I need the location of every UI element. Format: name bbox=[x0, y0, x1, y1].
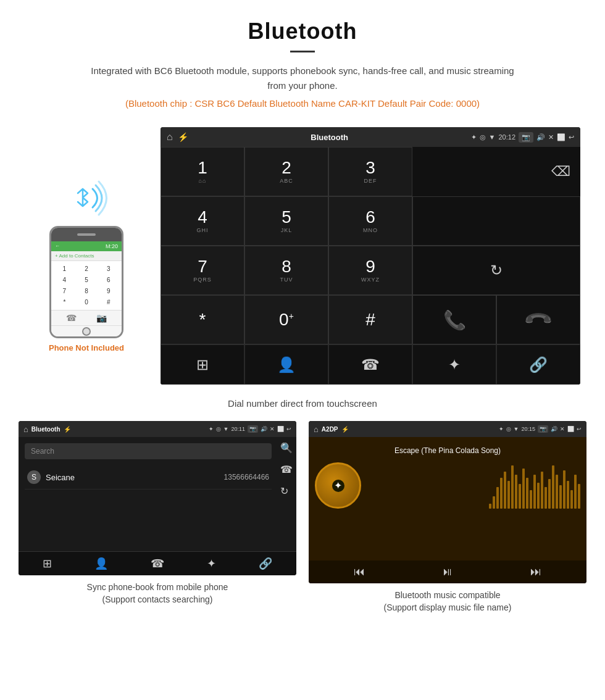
wifi-icon: ▼ bbox=[489, 133, 496, 141]
refresh-side-icon[interactable]: ↻ bbox=[280, 485, 293, 497]
nav-bluetooth[interactable]: ✦ bbox=[412, 344, 496, 385]
dialpad-icon: ⊞ bbox=[196, 356, 209, 373]
phonebook-status-right: ✦ ◎ ▼ 20:11 📷 🔊 ✕ ⬜ ↩ bbox=[209, 425, 291, 433]
dial-key-1[interactable]: 1 ⌂⌂ bbox=[161, 147, 244, 196]
dial-empty-row2 bbox=[412, 196, 580, 246]
next-icon[interactable]: ⏭ bbox=[530, 565, 541, 578]
phone-not-included-label: Phone Not Included bbox=[49, 343, 124, 352]
phone-side-icon[interactable]: ☎ bbox=[280, 464, 293, 475]
phonebook-caption: Sync phone-book from mobile phone (Suppo… bbox=[84, 575, 232, 606]
close-icon[interactable]: ✕ bbox=[548, 133, 554, 141]
phone-dialpad: 1 2 3 4 5 6 7 8 9 * 0 # bbox=[51, 261, 122, 310]
location-icon: ◎ bbox=[480, 133, 486, 141]
music-close-icon[interactable]: ✕ bbox=[560, 426, 565, 432]
status-bar-app-name: Bluetooth bbox=[311, 133, 348, 142]
mini-usb-icon: ⚡ bbox=[64, 426, 71, 433]
phonebook-screen-wrapper: ⌂ Bluetooth ⚡ ✦ ◎ ▼ 20:11 📷 🔊 ✕ ⬜ ↩ bbox=[19, 421, 296, 614]
music-wifi-icon: ▼ bbox=[514, 426, 519, 432]
music-album-art: ✦ bbox=[315, 462, 361, 509]
dial-key-8[interactable]: 8 TUV bbox=[244, 246, 328, 295]
dial-call-red-cell[interactable]: 📞 bbox=[496, 295, 580, 344]
dial-key-4[interactable]: 4 GHI bbox=[161, 196, 244, 246]
page-header: Bluetooth Integrated with BC6 Bluetooth … bbox=[0, 0, 605, 127]
mini-phone-icon[interactable]: ☎ bbox=[151, 557, 164, 570]
bluetooth-status-icon: ✦ bbox=[471, 133, 477, 141]
window-icon[interactable]: ⬜ bbox=[557, 133, 565, 141]
phone-top-bar bbox=[51, 228, 122, 241]
music-loc-icon: ◎ bbox=[506, 426, 511, 432]
music-status-left: ⌂ A2DP ⚡ bbox=[314, 425, 349, 434]
mini-home-icon[interactable]: ⌂ bbox=[23, 425, 28, 434]
mini-vol-icon[interactable]: 🔊 bbox=[261, 426, 267, 432]
phone-mockup-container: ← M:20 + Add to Contacts 1 2 3 4 5 6 7 8… bbox=[25, 127, 148, 352]
search-side-icon[interactable]: 🔍 bbox=[280, 442, 293, 454]
play-pause-icon[interactable]: ⏯ bbox=[442, 565, 453, 578]
music-equalizer bbox=[361, 462, 580, 509]
page-description: Integrated with BC6 Bluetooth module, su… bbox=[86, 64, 519, 93]
contacts-icon: 👤 bbox=[277, 356, 296, 373]
main-screen-area: ← M:20 + Add to Contacts 1 2 3 4 5 6 7 8… bbox=[0, 127, 605, 385]
mini-back-icon[interactable]: ↩ bbox=[286, 426, 291, 432]
mini-wifi-icon: ▼ bbox=[223, 426, 229, 432]
bluetooth-icon-area bbox=[62, 177, 111, 220]
phone-bottom-bar bbox=[51, 325, 122, 336]
contact-initial: S bbox=[27, 470, 41, 484]
volume-icon[interactable]: 🔊 bbox=[536, 133, 545, 141]
dial-key-star[interactable]: * bbox=[161, 295, 244, 344]
phonebook-screen: ⌂ Bluetooth ⚡ ✦ ◎ ▼ 20:11 📷 🔊 ✕ ⬜ ↩ bbox=[19, 421, 296, 575]
phone-green-bar: ← M:20 bbox=[51, 241, 122, 251]
dial-grid: 1 ⌂⌂ 2 ABC 3 DEF ⌫ 4 GHI 5 JKL bbox=[161, 147, 580, 385]
music-camera-icon[interactable]: 📷 bbox=[538, 425, 548, 433]
prev-icon[interactable]: ⏮ bbox=[354, 565, 365, 578]
music-center-area: ✦ bbox=[315, 462, 580, 509]
nav-contacts[interactable]: 👤 bbox=[244, 344, 328, 385]
dial-display: ⌫ bbox=[412, 147, 580, 196]
dial-call-green-cell[interactable]: 📞 bbox=[412, 295, 496, 344]
contact-row[interactable]: S Seicane 13566664466 bbox=[25, 465, 272, 490]
dial-key-7[interactable]: 7 PQRS bbox=[161, 246, 244, 295]
nav-phone[interactable]: ☎ bbox=[328, 344, 412, 385]
mini-dialpad-icon[interactable]: ⊞ bbox=[43, 557, 52, 570]
dial-key-0[interactable]: 0+ bbox=[244, 295, 328, 344]
dial-key-5[interactable]: 5 JKL bbox=[244, 196, 328, 246]
link-icon: 🔗 bbox=[529, 356, 548, 373]
backspace-icon[interactable]: ⌫ bbox=[551, 164, 570, 180]
mini-loc-icon: ◎ bbox=[216, 426, 221, 432]
nav-dialpad[interactable]: ⊞ bbox=[161, 344, 244, 385]
home-icon[interactable]: ⌂ bbox=[167, 131, 173, 143]
mini-contacts-icon[interactable]: 👤 bbox=[94, 557, 108, 570]
dial-key-2[interactable]: 2 ABC bbox=[244, 147, 328, 196]
music-win-icon[interactable]: ⬜ bbox=[567, 426, 574, 432]
mini-camera-icon[interactable]: 📷 bbox=[248, 425, 258, 433]
status-bar-right: ✦ ◎ ▼ 20:12 📷 🔊 ✕ ⬜ ↩ bbox=[471, 132, 574, 143]
car-dial-screen: ⌂ ⚡ Bluetooth ✦ ◎ ▼ 20:12 📷 🔊 ✕ ⬜ ↩ 1 ⌂⌂ bbox=[161, 127, 580, 385]
bluetooth-nav-icon: ✦ bbox=[448, 356, 461, 373]
phonebook-body: Search S Seicane 13566664466 🔍 ☎ ↻ bbox=[19, 437, 296, 551]
dial-key-6[interactable]: 6 MNO bbox=[328, 196, 412, 246]
dial-status-bar: ⌂ ⚡ Bluetooth ✦ ◎ ▼ 20:12 📷 🔊 ✕ ⬜ ↩ bbox=[161, 127, 580, 147]
dial-refresh-cell[interactable]: ↻ bbox=[412, 246, 580, 295]
back-icon[interactable]: ↩ bbox=[569, 133, 574, 141]
music-home-icon[interactable]: ⌂ bbox=[314, 425, 319, 434]
search-bar[interactable]: Search bbox=[25, 443, 272, 459]
bottom-screens: ⌂ Bluetooth ⚡ ✦ ◎ ▼ 20:11 📷 🔊 ✕ ⬜ ↩ bbox=[0, 421, 605, 626]
dial-key-hash[interactable]: # bbox=[328, 295, 412, 344]
music-time: 20:15 bbox=[521, 426, 535, 432]
page-title: Bluetooth bbox=[12, 19, 593, 44]
mini-bt-nav-icon[interactable]: ✦ bbox=[207, 557, 216, 570]
music-screen-wrapper: ⌂ A2DP ⚡ ✦ ◎ ▼ 20:15 📷 🔊 ✕ ⬜ ↩ E bbox=[309, 421, 586, 614]
music-back-icon[interactable]: ↩ bbox=[577, 426, 582, 432]
dial-key-3[interactable]: 3 DEF bbox=[328, 147, 412, 196]
music-vol-icon[interactable]: 🔊 bbox=[551, 426, 557, 432]
mini-link-icon[interactable]: 🔗 bbox=[259, 557, 272, 570]
phone-add-contacts: + Add to Contacts bbox=[51, 251, 122, 261]
mini-win-icon[interactable]: ⬜ bbox=[277, 426, 284, 432]
dial-key-9[interactable]: 9 WXYZ bbox=[328, 246, 412, 295]
mini-close-icon[interactable]: ✕ bbox=[270, 426, 275, 432]
nav-link[interactable]: 🔗 bbox=[496, 344, 580, 385]
camera-icon[interactable]: 📷 bbox=[519, 132, 533, 143]
status-bar-left: ⌂ ⚡ bbox=[167, 131, 188, 143]
music-body: Escape (The Pina Colada Song) ✦ bbox=[309, 437, 586, 560]
header-divider bbox=[290, 51, 315, 52]
phone-home-button bbox=[82, 327, 91, 336]
